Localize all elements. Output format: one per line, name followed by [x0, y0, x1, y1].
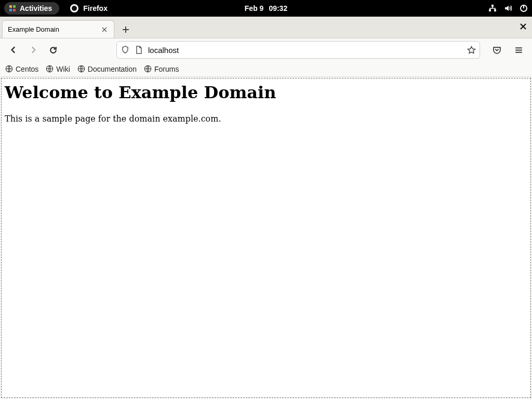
forward-button	[25, 42, 42, 58]
page-paragraph: This is a sample page for the domain exa…	[5, 114, 527, 124]
globe-icon	[46, 65, 54, 73]
new-tab-button[interactable]	[117, 21, 134, 38]
activities-label: Activities	[20, 4, 52, 12]
bookmark-forums[interactable]: Forums	[144, 65, 179, 73]
bookmark-label: Forums	[154, 65, 179, 73]
svg-rect-7	[489, 9, 491, 11]
svg-rect-3	[13, 9, 16, 11]
page-content: Welcome to Example Domain This is a samp…	[1, 78, 531, 398]
system-tray	[488, 4, 528, 12]
bookmarks-bar: Centos Wiki Documentation Forums	[0, 61, 532, 77]
network-icon[interactable]	[488, 4, 497, 12]
page-icon	[135, 46, 143, 54]
svg-point-5	[72, 6, 77, 11]
activities-button[interactable]: Activities	[4, 2, 59, 15]
url-input[interactable]	[148, 46, 462, 55]
gnome-topbar: Activities Firefox Feb 9 09:32	[0, 0, 532, 17]
svg-rect-6	[491, 5, 494, 7]
firefox-icon	[70, 4, 79, 13]
tab-title: Example Domain	[8, 25, 59, 33]
bookmark-label: Documentation	[88, 65, 137, 73]
activities-icon	[8, 4, 17, 12]
svg-rect-0	[9, 5, 12, 8]
shield-icon[interactable]	[121, 46, 129, 54]
bookmark-centos[interactable]: Centos	[5, 65, 38, 73]
bookmark-label: Centos	[16, 65, 38, 73]
volume-icon[interactable]	[504, 4, 512, 12]
power-icon[interactable]	[520, 4, 528, 12]
bookmark-wiki[interactable]: Wiki	[46, 65, 70, 73]
time-label: 09:32	[269, 4, 287, 12]
bookmark-label: Wiki	[56, 65, 70, 73]
url-bar[interactable]	[116, 41, 480, 59]
tab-strip: Example Domain	[0, 17, 532, 38]
pocket-button[interactable]	[488, 42, 505, 58]
app-name: Firefox	[83, 4, 108, 12]
globe-icon	[77, 65, 85, 73]
reload-button[interactable]	[45, 42, 61, 58]
nav-toolbar	[0, 38, 532, 61]
window-close-button[interactable]	[520, 23, 527, 32]
clock[interactable]: Feb 9 09:32	[245, 4, 287, 12]
svg-rect-1	[13, 5, 16, 8]
globe-icon	[144, 65, 152, 73]
browser-tab[interactable]: Example Domain	[2, 20, 114, 38]
bookmark-documentation[interactable]: Documentation	[77, 65, 137, 73]
app-indicator[interactable]: Firefox	[70, 4, 108, 13]
close-tab-button[interactable]	[100, 25, 109, 34]
date-label: Feb 9	[245, 4, 264, 12]
svg-rect-8	[494, 9, 496, 11]
globe-icon	[5, 65, 13, 73]
app-menu-button[interactable]	[510, 42, 527, 58]
page-heading: Welcome to Example Domain	[5, 83, 527, 102]
svg-rect-2	[9, 9, 12, 11]
bookmark-star-icon[interactable]	[467, 46, 475, 54]
back-button[interactable]	[5, 42, 22, 58]
